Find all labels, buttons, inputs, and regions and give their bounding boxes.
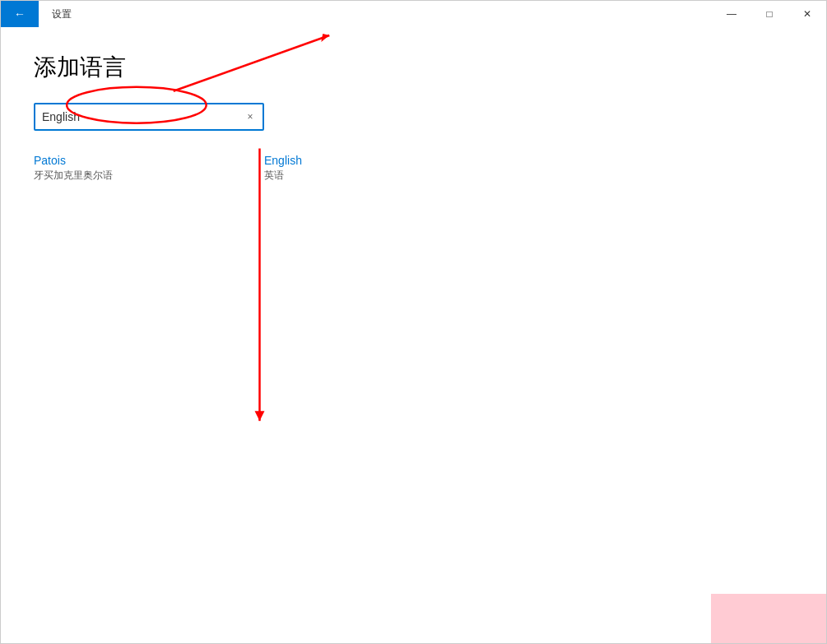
language-item[interactable]: Patois牙买加克里奥尔语 [34,151,231,186]
back-button[interactable]: ← [1,1,39,27]
clear-button[interactable]: × [238,104,263,129]
close-icon: ✕ [803,8,811,20]
language-name: English [264,154,462,167]
titlebar-controls: — □ ✕ [713,1,826,27]
svg-marker-2 [321,34,329,42]
language-item[interactable]: English英语 [264,151,462,186]
language-name: Patois [34,154,231,167]
language-native: 牙买加克里奥尔语 [34,169,231,183]
language-native: 英语 [264,169,462,183]
minimize-button[interactable]: — [713,1,750,27]
clear-icon: × [247,111,253,123]
maximize-icon: □ [766,8,772,20]
page-title: 添加语言 [34,52,793,83]
pink-annotation-rect [711,594,826,643]
titlebar: ← 设置 — □ ✕ [1,1,826,27]
search-input[interactable] [35,105,238,128]
close-button[interactable]: ✕ [788,1,826,27]
settings-window: ← 设置 — □ ✕ 添加语言 × Patois牙买加克里奥尔语 [0,0,827,644]
titlebar-title: 设置 [52,7,72,21]
maximize-button[interactable]: □ [750,1,788,27]
search-container: × [34,103,264,131]
results-grid: Patois牙买加克里奥尔语English英语 [34,151,692,186]
back-arrow-icon: ← [14,7,26,21]
svg-marker-4 [255,411,265,421]
minimize-icon: — [727,8,736,20]
titlebar-left: ← 设置 [1,1,72,27]
main-content: 添加语言 × Patois牙买加克里奥尔语English英语 [1,27,826,643]
